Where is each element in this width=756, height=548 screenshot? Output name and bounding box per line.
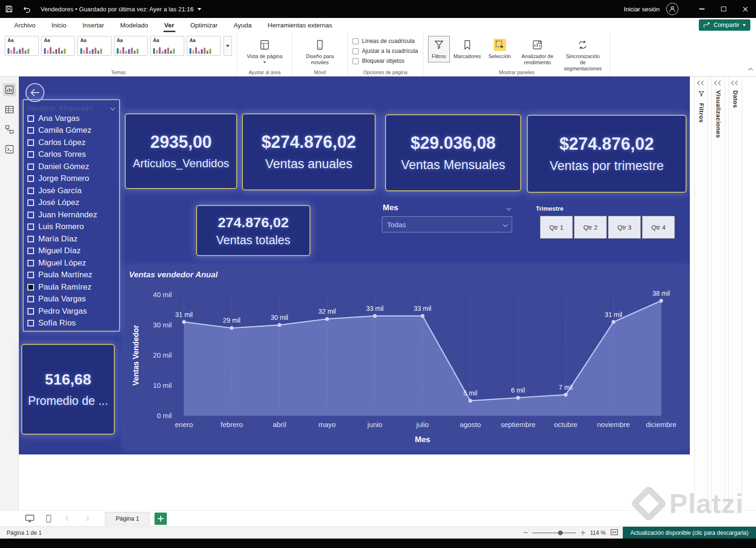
- card-articulos-vendidos[interactable]: 2935,00 Articulos_Vendidos: [125, 113, 237, 189]
- slicer-item[interactable]: Ana Vargas: [27, 114, 115, 123]
- theme-thumbnail[interactable]: Aa: [77, 36, 112, 56]
- card-ventas-anuales[interactable]: $274.876,02 Ventas anuales: [242, 113, 376, 190]
- slicer-item[interactable]: Carlos Torres: [27, 150, 115, 159]
- sign-in-link[interactable]: Iniciar sesión: [624, 6, 660, 13]
- desktop-view-button[interactable]: [23, 513, 37, 524]
- theme-thumbnail[interactable]: Aa: [150, 36, 184, 56]
- menu-herramientas-externas[interactable]: Herramientas externas: [266, 18, 333, 32]
- checkbox-icon[interactable]: [27, 127, 34, 134]
- slicer-item[interactable]: María Díaz: [27, 234, 115, 244]
- employee-slicer[interactable]: Nombre_Empleado Ana Vargas Camila Gómez …: [23, 99, 120, 332]
- slicer-item[interactable]: Paula Martínez: [27, 270, 115, 280]
- mes-dropdown[interactable]: Todas: [382, 216, 512, 232]
- share-button[interactable]: Compartir: [699, 19, 750, 31]
- menu-modelado[interactable]: Modelado: [119, 18, 149, 32]
- next-page-button[interactable]: [79, 513, 94, 524]
- checkbox-icon[interactable]: [27, 236, 34, 242]
- fit-to-page-icon[interactable]: [610, 529, 618, 537]
- slicer-item[interactable]: José García: [27, 186, 115, 196]
- slicer-item[interactable]: Camila Gómez: [27, 126, 115, 135]
- minimize-button[interactable]: [691, 0, 713, 18]
- menu-ayuda[interactable]: Ayuda: [232, 18, 252, 32]
- avatar-icon[interactable]: [666, 3, 679, 15]
- data-pane-collapsed[interactable]: Datos: [728, 77, 742, 510]
- quarter-button[interactable]: Qtr 1: [540, 216, 573, 239]
- slicer-item[interactable]: Pedro Vargas: [27, 307, 115, 316]
- add-page-button[interactable]: [155, 513, 167, 525]
- checkbox-icon[interactable]: [27, 284, 34, 291]
- slicer-item[interactable]: Paula Vargas: [27, 294, 115, 304]
- checkbox-icon[interactable]: [27, 308, 34, 315]
- filters-panel-button[interactable]: Filtros: [428, 36, 450, 62]
- slicer-item[interactable]: José López: [27, 198, 115, 207]
- selection-button[interactable]: Selección: [485, 36, 515, 62]
- checkbox-icon[interactable]: [27, 260, 34, 266]
- themes-expand-button[interactable]: [223, 36, 232, 56]
- save-button[interactable]: [0, 0, 18, 18]
- theme-thumbnail[interactable]: Aa: [114, 36, 148, 56]
- page-view-button[interactable]: Vista de página: [242, 36, 287, 66]
- menu-archivo[interactable]: Archivo: [13, 18, 36, 32]
- slicer-item[interactable]: Daniel Gómez: [27, 162, 115, 171]
- checkbox-icon[interactable]: [27, 272, 34, 278]
- slicer-item[interactable]: Jorge Romero: [27, 174, 115, 183]
- menu-ver[interactable]: Ver: [163, 18, 175, 32]
- slicer-item[interactable]: Sofía Ríos: [27, 318, 115, 328]
- slicer-item[interactable]: Carlos López: [27, 138, 115, 147]
- undo-button[interactable]: [18, 0, 36, 18]
- checkbox-icon[interactable]: [27, 199, 34, 206]
- zoom-slider[interactable]: [533, 532, 576, 533]
- table-view-button[interactable]: [3, 103, 16, 116]
- checkbox-icon[interactable]: [27, 223, 34, 230]
- quarter-button[interactable]: Qtr 2: [574, 216, 607, 239]
- prev-page-button[interactable]: [60, 513, 75, 524]
- card-promedio[interactable]: 516,68 Promedio de ...: [21, 344, 115, 435]
- collapse-ribbon-button[interactable]: [749, 66, 752, 73]
- mes-slicer[interactable]: Mes Todas: [382, 203, 512, 232]
- checkbox-icon[interactable]: [27, 248, 34, 254]
- dax-query-view-button[interactable]: [3, 143, 16, 156]
- menu-insertar[interactable]: Insertar: [82, 18, 105, 32]
- bookmarks-button[interactable]: Marcadores: [450, 36, 485, 62]
- close-button[interactable]: [734, 0, 756, 18]
- model-view-button[interactable]: [3, 123, 16, 136]
- slicer-item[interactable]: Juan Hernández: [27, 210, 115, 220]
- checkbox-icon[interactable]: [27, 296, 34, 302]
- maximize-button[interactable]: [713, 0, 734, 18]
- update-notification[interactable]: Actualización disponible (clic para desc…: [623, 527, 756, 539]
- checkbox-icon[interactable]: [27, 139, 34, 146]
- theme-thumbnail[interactable]: Aa: [5, 36, 39, 56]
- page-option-checkbox[interactable]: Bloquear objetos: [352, 58, 418, 64]
- page-option-checkbox[interactable]: Líneas de cuadrícula: [352, 38, 418, 44]
- page-option-checkbox[interactable]: Ajustar a la cuadrícula: [352, 48, 418, 54]
- slicer-item[interactable]: Miguel López: [27, 258, 115, 268]
- filters-pane-collapsed[interactable]: Filtros: [694, 77, 708, 510]
- line-chart-visual[interactable]: Ventas vendedor Anual enerofebreroabrilm…: [124, 266, 688, 448]
- theme-thumbnail[interactable]: Aa: [41, 36, 75, 56]
- mobile-layout-button[interactable]: Diseño para móviles: [297, 36, 343, 68]
- checkbox-icon[interactable]: [27, 175, 34, 182]
- card-ventas-totales[interactable]: 274.876,02 Ventas totales: [196, 205, 310, 256]
- checkbox-icon[interactable]: [27, 163, 34, 170]
- checkbox-icon[interactable]: [27, 320, 34, 326]
- menu-optimizar[interactable]: Optimizar: [189, 18, 219, 32]
- trimestre-slicer[interactable]: Trimestre Qtr 1Qtr 2Qtr 3Qtr 4: [535, 205, 699, 239]
- document-title[interactable]: Vendedores • Guardado por última vez: Ay…: [41, 6, 201, 13]
- employee-slicer-header[interactable]: Nombre_Empleado: [27, 103, 115, 114]
- menu-inicio[interactable]: Inicio: [51, 18, 68, 32]
- sync-slicers-button[interactable]: Sincronización de segmentaciones: [560, 36, 605, 75]
- quarter-button[interactable]: Qtr 3: [608, 216, 641, 239]
- zoom-out-button[interactable]: [524, 532, 528, 533]
- checkbox-icon[interactable]: [27, 115, 34, 122]
- slicer-item[interactable]: Paula Ramírez: [27, 283, 115, 292]
- slicer-item[interactable]: Luis Romero: [27, 222, 115, 231]
- card-ventas-mensuales[interactable]: $29.036,08 Ventas Mensuales: [385, 114, 521, 191]
- quarter-button[interactable]: Qtr 4: [642, 216, 675, 239]
- report-view-button[interactable]: [3, 83, 16, 96]
- mobile-view-button[interactable]: [42, 513, 56, 524]
- zoom-slider-thumb[interactable]: [558, 531, 563, 535]
- theme-thumbnail[interactable]: Aa: [187, 36, 221, 56]
- checkbox-icon[interactable]: [27, 212, 34, 218]
- page-tab[interactable]: Página 1: [105, 512, 150, 525]
- checkbox-icon[interactable]: [27, 188, 34, 194]
